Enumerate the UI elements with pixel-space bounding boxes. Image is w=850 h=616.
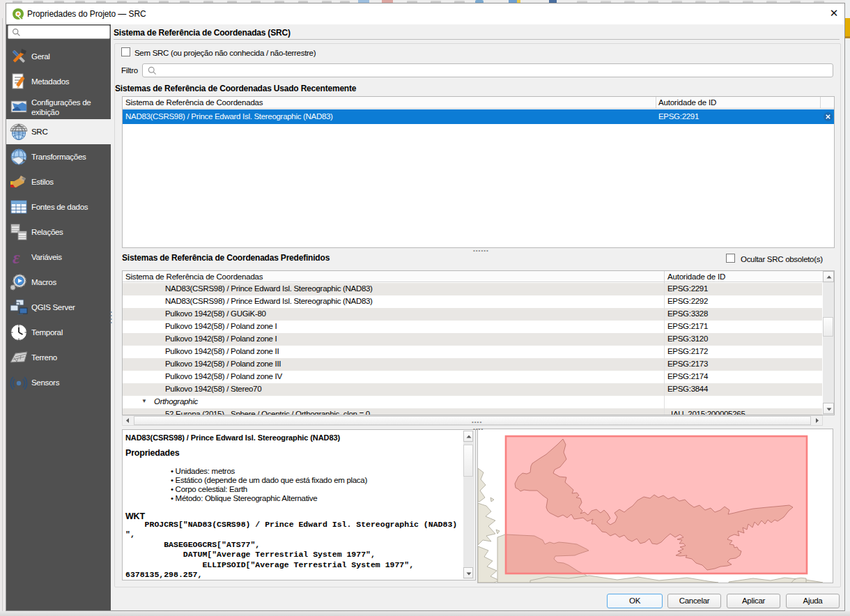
svg-text:ε: ε [13,248,20,266]
